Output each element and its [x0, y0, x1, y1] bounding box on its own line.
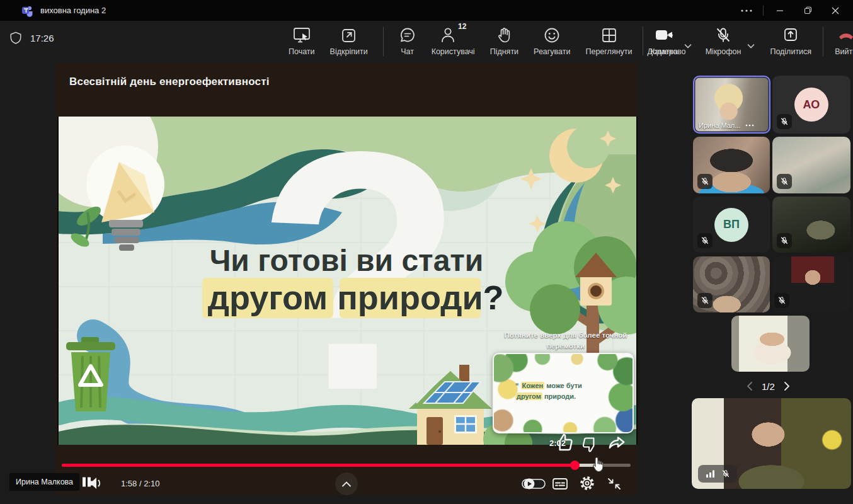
minimize-icon	[776, 7, 784, 14]
thumbs-down-icon[interactable]	[581, 436, 598, 454]
preview-rest-1: може бути	[546, 382, 581, 389]
start-presenting-button[interactable]: Почати	[289, 24, 315, 59]
video-progress-bar[interactable]	[62, 464, 631, 467]
participants-label: Користувачі	[432, 47, 475, 56]
participant-tile-presenter[interactable]: Ирина Мал...	[693, 76, 770, 134]
mic-muted-badge	[697, 174, 713, 189]
titlebar-more-button[interactable]	[733, 0, 760, 21]
toolbar-divider	[643, 26, 643, 55]
pause-icon[interactable]	[81, 476, 93, 488]
preview-rest-2: природи.	[544, 392, 576, 400]
close-button[interactable]	[822, 0, 849, 21]
seek-tooltip: Потяните вверх для более точной перемотк…	[459, 330, 673, 352]
titlebar-divider	[763, 6, 764, 16]
mic-off-icon	[780, 117, 789, 127]
restore-icon	[804, 6, 812, 14]
presenter-name-badge: Ирина Малкова	[9, 473, 93, 491]
participant-video-portrait	[791, 256, 834, 312]
video-action-buttons: 2:02	[541, 432, 635, 454]
mic-off-icon	[701, 176, 709, 186]
restore-button[interactable]	[794, 0, 822, 21]
mouse-cursor-pointer	[591, 456, 606, 474]
seek-tooltip-line1: Потяните вверх для более точной	[459, 330, 673, 341]
quote-mark: “	[515, 382, 519, 389]
share-button[interactable]: Поділитися	[770, 24, 811, 59]
react-button[interactable]: Реагувати	[534, 24, 570, 59]
chevron-down-icon	[684, 43, 692, 49]
screen-share-icon	[292, 26, 311, 44]
view-label: Переглянути	[585, 47, 632, 56]
participant-tile-vp[interactable]: ВП	[693, 197, 770, 253]
chevron-up-icon	[342, 481, 351, 487]
window-title: виховна година 2	[40, 6, 106, 15]
seek-tooltip-line2: перемотки	[459, 341, 673, 352]
participant-tile-large[interactable]	[692, 398, 851, 489]
camera-button[interactable]: Камера	[650, 24, 678, 59]
participant-tile-video[interactable]	[731, 316, 810, 372]
raise-hand-button[interactable]: Підняти	[490, 24, 518, 59]
raise-hand-label: Підняти	[490, 47, 518, 56]
leave-button[interactable]: Вийти	[835, 24, 853, 59]
participant-tile-video[interactable]	[772, 256, 850, 312]
page-next-icon[interactable]	[784, 381, 790, 391]
participant-name: Ирина Мал...	[699, 122, 740, 129]
connection-and-mic-badge	[698, 465, 737, 483]
progress-scrubber[interactable]	[570, 461, 580, 470]
chat-icon	[399, 26, 416, 44]
mic-off-icon	[780, 176, 789, 186]
share-video-icon[interactable]	[607, 433, 626, 452]
mic-button[interactable]: Мікрофон	[706, 24, 741, 59]
presenter-name: Ирина Малкова	[9, 473, 79, 491]
view-button[interactable]: Переглянути	[585, 24, 632, 59]
settings-gear-icon[interactable]	[578, 474, 596, 492]
mic-off-icon	[777, 295, 786, 306]
tile-more-icon[interactable]	[745, 124, 754, 127]
thumbs-up-icon[interactable]	[554, 432, 575, 452]
share-tray-icon	[782, 26, 799, 44]
unpin-button[interactable]: Відкріпити	[330, 24, 368, 59]
exit-fullscreen-icon[interactable]	[606, 476, 622, 491]
toolbar-divider	[823, 27, 823, 56]
mic-muted-badge	[697, 233, 713, 248]
participant-tile-video[interactable]	[693, 137, 770, 193]
smiley-icon	[543, 26, 561, 44]
shared-screen-video-player[interactable]: Всесвітній день енергоефективності	[55, 63, 638, 495]
seek-preview-thumbnail[interactable]: “ Кожен може бути другом природи.	[493, 353, 634, 433]
mic-muted-badge	[697, 293, 713, 308]
toolbar-divider	[383, 27, 384, 56]
raise-hand-icon	[496, 26, 512, 44]
toolbar-device-group: Камера Мікрофон Поділитися Вийти	[650, 24, 853, 59]
toolbar-center-group: Почати Відкріпити Чат 12 Користувачі Під…	[289, 24, 686, 59]
mic-off-icon	[721, 469, 730, 479]
slide-highlight-word1: другом	[208, 278, 328, 316]
mic-off-icon	[714, 26, 732, 44]
participant-avatar: ВП	[714, 208, 748, 242]
participant-avatar: АО	[794, 88, 828, 122]
autoplay-toggle[interactable]	[522, 478, 547, 490]
preview-highlight-2: другом	[515, 392, 542, 400]
chevron-down-icon	[747, 43, 755, 49]
hang-up-icon	[835, 26, 853, 44]
slide-heading-line1: Чи готові ви стати	[210, 244, 484, 277]
leave-label: Вийти	[835, 47, 853, 56]
minimize-button[interactable]	[766, 0, 794, 21]
camera-label: Камера	[650, 47, 678, 56]
mic-off-icon	[701, 236, 709, 246]
ellipsis-icon	[741, 9, 752, 12]
participant-tile-video[interactable]	[772, 197, 850, 253]
participant-tile-video[interactable]	[693, 256, 770, 312]
camera-options-button[interactable]	[684, 43, 692, 49]
popout-icon	[340, 26, 358, 44]
mic-options-button[interactable]	[747, 43, 755, 49]
signal-bars-icon	[706, 469, 716, 478]
captions-icon[interactable]	[552, 476, 568, 491]
page-prev-icon[interactable]	[747, 381, 753, 391]
video-time-display: 1:58 / 2:10	[121, 479, 159, 488]
mic-muted-badge	[777, 114, 792, 129]
participants-button[interactable]: 12 Користувачі	[432, 24, 475, 59]
progress-played-segment	[62, 464, 575, 467]
chat-button[interactable]: Чат	[399, 24, 416, 59]
expand-controls-button[interactable]	[335, 472, 358, 495]
participant-tile-video[interactable]	[772, 137, 850, 193]
participant-tile-ao[interactable]: АО	[772, 76, 850, 134]
